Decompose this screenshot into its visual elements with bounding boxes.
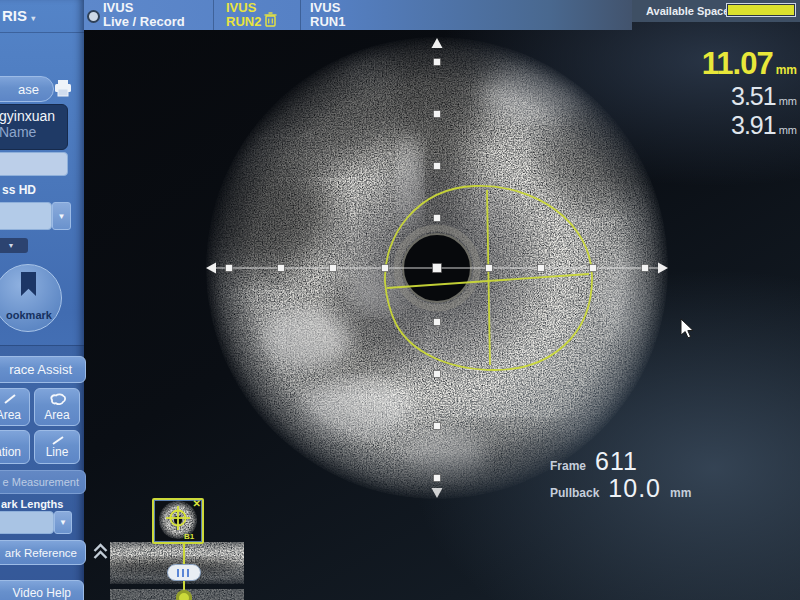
- pullback-label: Pullback: [550, 486, 599, 500]
- available-space-bar: Available Space: [632, 0, 800, 22]
- primary-measurement-value: 11.07: [702, 46, 773, 82]
- tab-label-line2: Live / Record: [103, 15, 185, 29]
- mode-select-arrow[interactable]: ▼: [52, 202, 71, 230]
- patient-name-value: gyinxuan: [0, 108, 67, 124]
- tab-label-line1: IVUS: [103, 1, 185, 15]
- tab-divider: [300, 0, 301, 30]
- trace-assist-label: race Assist: [9, 362, 72, 377]
- bookmark-button[interactable]: ookmark: [0, 264, 62, 332]
- rotation-label: ation: [0, 445, 21, 459]
- ruler-center-handle[interactable]: [433, 264, 442, 273]
- ivus-image: [205, 36, 669, 500]
- measurement-readout: 11.07 mm 3.51 mm 3.91 mm: [702, 46, 797, 140]
- secondary-measurement-value: 3.91: [731, 111, 776, 140]
- patient-id-field[interactable]: [0, 152, 68, 176]
- mark-reference-button[interactable]: ark Reference: [0, 540, 86, 565]
- run-tab-bar: IVUS Live / Record IVUS RUN2 IVUS RUN1: [84, 0, 632, 30]
- chevron-down-icon: ▼: [58, 212, 66, 221]
- mark-lengths-arrow[interactable]: ▼: [54, 511, 72, 534]
- chevron-up-icon[interactable]: [92, 542, 109, 561]
- crosshair-icon: [163, 503, 193, 533]
- area-draw-button[interactable]: Area: [0, 388, 30, 426]
- mouse-cursor: [680, 318, 695, 339]
- available-space-gauge: [726, 3, 796, 17]
- record-radio-icon[interactable]: [87, 10, 100, 23]
- pullback-unit: mm: [670, 486, 691, 500]
- area-draw-label: Area: [0, 408, 21, 422]
- tab-label-line1: IVUS: [310, 1, 345, 15]
- area-shape-label: Area: [44, 408, 69, 422]
- bookmark-marker-handle[interactable]: [176, 590, 192, 600]
- case-button-label: ase: [18, 82, 39, 97]
- tab-label-line2: RUN2: [226, 15, 261, 29]
- secondary-measurement-unit: mm: [779, 95, 797, 107]
- case-button[interactable]: ase: [0, 76, 54, 102]
- brand-caret-icon: ▾: [31, 14, 35, 23]
- secondary-measurement-value: 3.51: [731, 82, 776, 111]
- printer-icon[interactable]: [53, 79, 73, 97]
- frame-label: Frame: [550, 459, 586, 473]
- frame-marker-ticks: [177, 569, 192, 577]
- line-button[interactable]: Line: [34, 430, 80, 464]
- secondary-measurement-unit: mm: [779, 124, 797, 136]
- primary-measurement-unit: mm: [776, 63, 797, 77]
- mode-select-field[interactable]: [0, 202, 52, 230]
- measurement-label: e Measurement: [3, 476, 79, 488]
- tab-ivus-live-record[interactable]: IVUS Live / Record: [103, 1, 185, 29]
- bookmark-button-label: ookmark: [0, 309, 63, 321]
- trace-assist-button[interactable]: race Assist: [0, 356, 86, 383]
- frame-status: Frame 611 Pullback 10.0 mm: [550, 447, 691, 503]
- frame-marker-pill[interactable]: [167, 564, 201, 581]
- chevron-down-icon: ▼: [59, 518, 67, 527]
- divider: [0, 32, 84, 33]
- tab-label-line1: IVUS: [226, 1, 261, 15]
- patient-name-field[interactable]: gyinxuan Name: [0, 104, 68, 150]
- area-shape-button[interactable]: Area: [34, 388, 80, 426]
- chevron-down-icon: ▼: [8, 242, 15, 249]
- contour-shape-icon: [49, 393, 67, 406]
- bookmark-id-label: B1: [184, 532, 194, 541]
- line-label: Line: [46, 445, 69, 459]
- line-icon: [51, 435, 65, 446]
- pen-icon: [3, 393, 17, 405]
- sidebar: RIS ▾ ase gyinxuan Name ss HD ▼ ▼ ookmar…: [0, 0, 84, 600]
- measurement-button[interactable]: e Measurement: [0, 470, 86, 494]
- pullback-value: 10.0: [608, 474, 661, 503]
- bookmark-thumbnail[interactable]: ✕ B1: [152, 498, 204, 544]
- collapse-panel-button[interactable]: ▼: [0, 238, 28, 253]
- ivus-console-screen: IVUS Live / Record IVUS RUN2 IVUS RUN1 A…: [0, 0, 800, 600]
- brand-label: RIS: [2, 7, 27, 24]
- available-space-gauge-fill: [727, 4, 795, 16]
- frame-value: 611: [595, 447, 638, 476]
- video-help-button[interactable]: Video Help: [0, 580, 84, 600]
- tab-divider: [213, 0, 214, 30]
- patient-name-placeholder: Name: [0, 124, 67, 140]
- mark-lengths-select[interactable]: [0, 511, 54, 534]
- mode-label: ss HD: [2, 183, 36, 197]
- available-space-label: Available Space: [646, 5, 729, 17]
- tab-label-line2: RUN1: [310, 15, 345, 29]
- rotation-button[interactable]: ation: [0, 430, 30, 464]
- video-help-label: Video Help: [13, 586, 72, 600]
- close-icon[interactable]: ✕: [193, 498, 201, 509]
- brand-menu[interactable]: RIS ▾: [2, 7, 35, 24]
- bookmark-icon: [21, 272, 36, 296]
- trash-icon[interactable]: [264, 12, 277, 27]
- tab-ivus-run2[interactable]: IVUS RUN2: [226, 1, 261, 29]
- mark-reference-label: ark Reference: [5, 547, 77, 559]
- tab-ivus-run1[interactable]: IVUS RUN1: [310, 1, 345, 29]
- mark-lengths-label: ark Lengths: [1, 498, 63, 510]
